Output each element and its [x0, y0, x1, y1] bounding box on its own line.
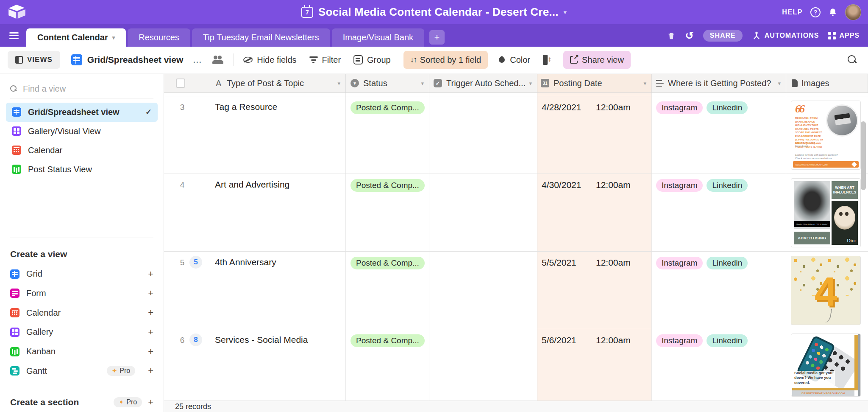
column-caret-icon[interactable]: ▾: [337, 80, 340, 87]
create-section-row[interactable]: Create a section ✦Pro +: [0, 392, 164, 412]
add-calendar-view-button[interactable]: +: [148, 307, 153, 318]
column-header-posting-date[interactable]: 31 Posting Date ▾: [537, 74, 652, 92]
share-button[interactable]: SHARE: [703, 30, 743, 42]
status-badge: Posted & Comp...: [351, 334, 425, 347]
cell-platforms[interactable]: Instagram Linkedin: [652, 174, 786, 251]
help-question-icon[interactable]: ?: [810, 7, 821, 17]
cell-images[interactable]: Social media got you down? We have you c…: [786, 329, 868, 401]
attachment-thumbnail-art-advertising[interactable]: Charles Allan Gilbert's "All Is Vanity" …: [791, 178, 861, 247]
cell-status[interactable]: Posted & Comp...: [346, 174, 429, 251]
notifications-bell-icon[interactable]: [828, 7, 837, 17]
views-toggle-button[interactable]: VIEWS: [8, 51, 60, 69]
add-table-button[interactable]: +: [429, 30, 445, 45]
date-value: 4/30/2021: [542, 180, 581, 190]
tab-content-calendar[interactable]: Content Calendar ▾: [26, 28, 126, 47]
cell-images[interactable]: 4: [786, 252, 868, 329]
airtable-logo-icon[interactable]: [8, 4, 26, 20]
column-header-where-posted[interactable]: Where is it Getting Posted? ▾: [652, 74, 786, 92]
sort-button[interactable]: ↓↑ Sorted by 1 field: [403, 51, 488, 69]
cell-platforms[interactable]: Instagram Linkedin: [652, 252, 786, 329]
menu-hamburger-icon[interactable]: [9, 32, 19, 39]
quote-byline: BRENT BARNHART: [795, 142, 815, 144]
cell-trigger[interactable]: [429, 96, 537, 174]
column-header-images[interactable]: Images: [786, 74, 868, 92]
add-form-view-button[interactable]: +: [148, 288, 153, 299]
cell-topic[interactable]: 5 5 4th Anniversary: [164, 252, 346, 329]
sidebar-view-grid-spreadsheet[interactable]: Grid/Spreadsheet view ✓: [6, 103, 158, 122]
comment-count-badge[interactable]: 5: [189, 256, 202, 269]
automations-button[interactable]: AUTOMATIONS: [752, 31, 819, 40]
base-title-group[interactable]: 7 Social Media Content Calendar - Desert…: [301, 0, 567, 24]
add-grid-view-button[interactable]: +: [148, 269, 153, 280]
find-view-search-icon: [10, 85, 17, 92]
view-more-menu[interactable]: …: [192, 54, 202, 65]
cell-status[interactable]: Posted & Comp...: [346, 96, 429, 174]
view-label: Gallery/Visual View: [28, 126, 101, 136]
cell-posting-date[interactable]: 5/5/2021 12:00am: [537, 252, 652, 329]
cell-topic[interactable]: 3 Tag a Resource: [164, 96, 346, 174]
comment-count-badge[interactable]: 8: [189, 334, 202, 346]
sidebar-view-post-status[interactable]: Post Status View: [6, 160, 158, 179]
user-avatar[interactable]: [845, 4, 861, 20]
attachment-thumbnail-services-social-media[interactable]: Social media got you down? We have you c…: [791, 334, 861, 397]
current-view-name[interactable]: Grid/Spreadsheet view: [87, 55, 183, 65]
share-view-button[interactable]: Share view: [563, 51, 631, 69]
cell-posting-date[interactable]: 5/6/2021 12:00am: [537, 329, 652, 401]
cell-trigger[interactable]: [429, 329, 537, 401]
cell-status[interactable]: Posted & Comp...: [346, 252, 429, 329]
help-button[interactable]: HELP: [782, 8, 803, 16]
cell-topic[interactable]: 6 8 Services - Social Media: [164, 329, 346, 401]
tab-resources[interactable]: Resources: [128, 28, 190, 47]
history-icon[interactable]: ↺: [685, 31, 694, 40]
column-header-trigger-auto-sched[interactable]: ✓ Trigger Auto Sched... ▾: [429, 74, 537, 92]
add-gallery-view-button[interactable]: +: [148, 327, 153, 338]
cell-images[interactable]: 66 RESEARCH FROM BANNERSNACK HIGHLIGHTS …: [786, 96, 868, 174]
cell-trigger[interactable]: [429, 174, 537, 251]
cell-trigger[interactable]: [429, 252, 537, 329]
add-section-button[interactable]: +: [148, 397, 153, 408]
column-caret-icon[interactable]: ▾: [529, 80, 532, 87]
attachment-thumbnail-4th-anniversary[interactable]: 4: [791, 256, 861, 325]
column-caret-icon[interactable]: ▾: [643, 80, 646, 87]
create-kanban-view[interactable]: Kanban +: [0, 342, 164, 362]
cell-topic[interactable]: 4 Art and Advertising: [164, 174, 346, 251]
column-caret-icon[interactable]: ▾: [421, 80, 424, 87]
create-gallery-view[interactable]: Gallery +: [0, 322, 164, 342]
color-button[interactable]: Color: [499, 55, 530, 65]
tab-tip-tuesday[interactable]: Tip Tuesday Email Newsletters: [192, 28, 330, 47]
cell-posting-date[interactable]: 4/30/2021 12:00am: [537, 174, 652, 251]
trash-icon[interactable]: [667, 31, 676, 40]
column-header-status[interactable]: ▼ Status ▾: [346, 74, 429, 92]
filter-button[interactable]: Filter: [309, 55, 341, 65]
group-button[interactable]: Group: [353, 55, 391, 65]
calendar-view-icon: [12, 146, 21, 155]
column-header-type-of-post[interactable]: A Type of Post & Topic ▾: [164, 74, 346, 92]
cell-platforms[interactable]: Instagram Linkedin: [652, 96, 786, 174]
row-height-button[interactable]: [543, 55, 551, 65]
sidebar-view-gallery[interactable]: Gallery/Visual View: [6, 122, 158, 141]
status-badge: Posted & Comp...: [351, 101, 425, 114]
find-view-input[interactable]: [23, 84, 153, 94]
cell-platforms[interactable]: Instagram Linkedin: [652, 329, 786, 401]
create-form-view[interactable]: Form +: [0, 284, 164, 303]
create-calendar-view[interactable]: Calendar +: [0, 303, 164, 322]
add-gantt-view-button[interactable]: +: [148, 365, 153, 376]
sidebar-view-calendar[interactable]: Calendar: [6, 141, 158, 160]
cell-images[interactable]: Charles Allan Gilbert's "All Is Vanity" …: [786, 174, 868, 251]
collaborators-icon[interactable]: [212, 56, 223, 64]
apps-button[interactable]: APPS: [828, 32, 860, 39]
attachment-thumbnail-quote-infographic[interactable]: 66 RESEARCH FROM BANNERSNACK HIGHLIGHTS …: [791, 101, 861, 170]
record-count-footer: 25 records: [164, 401, 868, 412]
tab-image-visual-bank[interactable]: Image/Visual Bank: [332, 28, 424, 47]
create-grid-view[interactable]: Grid +: [0, 264, 164, 284]
add-kanban-view-button[interactable]: +: [148, 346, 153, 357]
cell-status[interactable]: Posted & Comp...: [346, 329, 429, 401]
vertical-scrollbar[interactable]: [861, 121, 866, 190]
column-caret-icon[interactable]: ▾: [778, 80, 781, 87]
dior-ad-photo: Dior: [832, 201, 858, 245]
search-icon[interactable]: [848, 55, 857, 64]
select-all-checkbox[interactable]: [176, 78, 185, 88]
hide-fields-button[interactable]: Hide fields: [243, 55, 296, 65]
create-gantt-view[interactable]: Gantt ✦Pro +: [0, 362, 164, 381]
cell-posting-date[interactable]: 4/28/2021 12:00am: [537, 96, 652, 174]
